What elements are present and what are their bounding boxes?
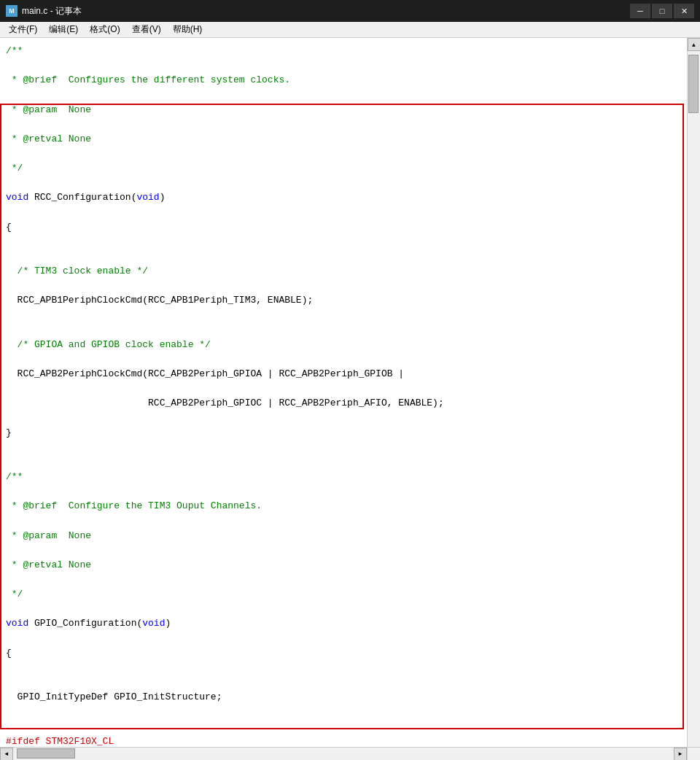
title-bar: M main.c - 记事本 ─ □ ✕: [0, 0, 700, 22]
code-area[interactable]: /** * @brief Configures the different sy…: [0, 38, 700, 760]
scroll-v-track[interactable]: [688, 51, 701, 747]
menu-file[interactable]: 文件(F): [3, 22, 43, 37]
title-bar-buttons: ─ □ ✕: [630, 4, 694, 18]
scroll-h-thumb[interactable]: [17, 748, 75, 759]
scroll-left-button[interactable]: ◄: [0, 748, 13, 761]
scroll-h-track[interactable]: [13, 748, 674, 761]
scroll-v-thumb[interactable]: [688, 55, 699, 113]
editor-container: /** * @brief Configures the different sy…: [0, 38, 700, 760]
scroll-up-button[interactable]: ▲: [688, 38, 701, 51]
vertical-scrollbar[interactable]: ▲ ▼: [687, 38, 700, 760]
code-content[interactable]: /** * @brief Configures the different sy…: [0, 38, 700, 760]
menu-view[interactable]: 查看(V): [126, 22, 167, 37]
menu-edit[interactable]: 编辑(E): [43, 22, 84, 37]
window-title: main.c - 记事本: [22, 5, 82, 18]
close-button[interactable]: ✕: [674, 4, 694, 18]
menu-help[interactable]: 帮助(H): [167, 22, 209, 37]
maximize-button[interactable]: □: [652, 4, 672, 18]
horizontal-scrollbar[interactable]: ◄ ►: [0, 747, 687, 760]
minimize-button[interactable]: ─: [630, 4, 650, 18]
scroll-right-button[interactable]: ►: [674, 748, 687, 761]
menu-bar: 文件(F) 编辑(E) 格式(O) 查看(V) 帮助(H): [0, 22, 700, 38]
scrollbar-corner: [687, 747, 700, 760]
app-icon: M: [6, 5, 18, 17]
menu-format[interactable]: 格式(O): [84, 22, 125, 37]
title-bar-left: M main.c - 记事本: [6, 5, 82, 18]
